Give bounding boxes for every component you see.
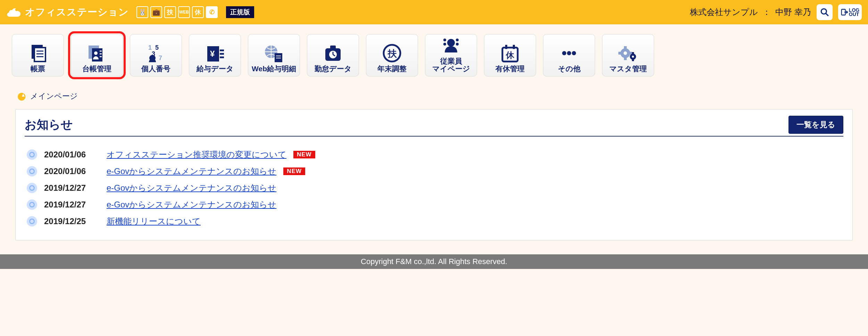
nav-label: 給与データ (197, 65, 234, 73)
svg-text:5: 5 (155, 44, 159, 51)
gear-bullet-icon (27, 199, 37, 210)
company-user: 株式会社サンプル ： 中野 幸乃 (690, 7, 811, 18)
tax-icon[interactable]: 扶 (164, 6, 176, 18)
svg-point-36 (447, 39, 455, 47)
rabbit-icon[interactable]: 🐰 (136, 6, 148, 18)
footer: Copyright F&M co.,ltd. All Rights Reserv… (0, 254, 868, 269)
new-badge: NEW (283, 167, 305, 175)
dots-icon (558, 43, 580, 63)
svg-text:扶: 扶 (387, 48, 397, 59)
svg-text:¥: ¥ (210, 49, 215, 58)
news-link[interactable]: e-Govからシステムメンテナンスのお知らせ (107, 199, 276, 210)
number-card-icon: 1537 (145, 43, 167, 63)
briefcase-icon[interactable]: 💼 (150, 6, 162, 18)
svg-point-37 (443, 39, 446, 41)
nav-tile-mypage[interactable]: 従業員 マイページ (425, 34, 477, 76)
svg-rect-5 (34, 48, 45, 62)
news-link[interactable]: オフィスステーション推奨環境の変更について (107, 149, 286, 160)
svg-line-2 (826, 13, 828, 16)
svg-rect-56 (632, 59, 634, 61)
svg-point-53 (624, 51, 627, 55)
news-date: 2019/12/27 (44, 183, 100, 193)
svg-rect-49 (624, 46, 627, 49)
nav-tile-payslip[interactable]: Web給与明細 (248, 34, 300, 76)
svg-rect-42 (505, 45, 507, 49)
news-item: 2020/01/06 e-Govからシステムメンテナンスのお知らせ NEW (27, 163, 841, 180)
id-card-icon (86, 43, 108, 63)
svg-point-46 (567, 51, 571, 55)
svg-point-39 (456, 39, 459, 41)
news-link[interactable]: e-Govからシステムメンテナンスのお知らせ (107, 166, 276, 177)
phone-icon[interactable]: ✆ (206, 6, 218, 18)
nav-tile-reports[interactable]: 帳票 (12, 34, 64, 76)
search-icon (820, 8, 829, 17)
dependent-icon: 扶 (381, 43, 403, 63)
svg-rect-55 (632, 52, 634, 54)
nav-label: 勤怠データ (315, 65, 352, 73)
nav-label: 帳票 (31, 65, 45, 73)
svg-point-1 (821, 9, 826, 14)
employee-icon (440, 35, 462, 55)
breadcrumb-label[interactable]: メインページ (30, 91, 78, 101)
version-badge: 正規版 (226, 6, 254, 18)
nav-tile-attendance[interactable]: 勤怠データ (307, 34, 359, 76)
view-all-button[interactable]: 一覧を見る (788, 116, 843, 134)
cloud-logo-icon (6, 6, 22, 18)
svg-text:休: 休 (506, 50, 515, 60)
logout-icon (841, 8, 848, 16)
panel-title: お知らせ (25, 117, 73, 133)
nav-label: 有休管理 (495, 65, 525, 73)
clock-camera-icon (322, 43, 344, 63)
new-badge: NEW (293, 151, 315, 158)
holiday-icon[interactable]: 休 (192, 6, 204, 18)
nav-label: Web給与明細 (252, 65, 296, 73)
news-date: 2019/12/27 (44, 200, 100, 210)
nav-tile-other[interactable]: その他 (543, 34, 595, 76)
copyright: Copyright F&M co.,ltd. All Rights Reserv… (361, 257, 507, 266)
news-item: 2020/01/06 オフィスステーション推奨環境の変更について NEW (27, 146, 841, 163)
nav-label: 従業員 マイページ (432, 57, 470, 73)
news-item: 2019/12/27 e-Govからシステムメンテナンスのお知らせ (27, 196, 841, 213)
nav-label: 個人番号 (141, 65, 170, 73)
calendar-holiday-icon: 休 (499, 43, 521, 63)
topbar-left: オフィスステーション 🐰 💼 扶 WEB 休 ✆ 正規版 (6, 6, 254, 19)
topbar-right: 株式会社サンプル ： 中野 幸乃 LOG OUT (690, 4, 862, 20)
nav-label: 台帳管理 (82, 65, 111, 73)
nav-tile-master[interactable]: マスタ管理 (602, 34, 654, 76)
nav-tile-mynumber[interactable]: 1537 個人番号 (130, 34, 182, 76)
web-icon[interactable]: WEB (178, 6, 190, 18)
yen-envelope-icon: ¥ (204, 43, 226, 63)
main-nav: 帳票 台帳管理 1537 個人番号 ¥ 給与データ Web給与明細 勤怠データ … (0, 24, 868, 82)
gear-bullet-icon (27, 216, 37, 227)
logout-button[interactable]: LOG OUT (838, 4, 862, 20)
svg-rect-43 (513, 45, 515, 49)
app-name: オフィスステーション (25, 6, 129, 19)
breadcrumb: ⬤▲ メインページ (0, 82, 868, 104)
logout-label: LOG OUT (849, 8, 859, 16)
news-link[interactable]: 新機能リリースについて (107, 216, 201, 227)
news-link[interactable]: e-Govからシステムメンテナンスのお知らせ (107, 182, 276, 194)
svg-point-47 (572, 51, 576, 55)
svg-rect-50 (624, 57, 627, 60)
search-button[interactable] (817, 4, 833, 20)
svg-rect-30 (330, 46, 336, 49)
company-sep (760, 7, 762, 17)
topbar: オフィスステーション 🐰 💼 扶 WEB 休 ✆ 正規版 株式会社サンプル ： … (0, 0, 868, 24)
nav-tile-ledger[interactable]: 台帳管理 (71, 34, 123, 76)
news-item: 2019/12/27 e-Govからシステムメンテナンスのお知らせ (27, 180, 841, 196)
svg-rect-10 (92, 48, 102, 62)
globe-doc-icon (263, 43, 285, 63)
nav-label: マスタ管理 (609, 65, 647, 73)
svg-text:7: 7 (159, 55, 162, 62)
nav-label: 年末調整 (377, 65, 407, 73)
news-date: 2020/01/06 (44, 150, 100, 159)
nav-tile-yearend[interactable]: 扶 年末調整 (366, 34, 418, 76)
svg-text:1: 1 (148, 44, 152, 51)
svg-rect-51 (618, 52, 621, 55)
nav-tile-leave[interactable]: 休 有休管理 (484, 34, 536, 76)
company-name: 株式会社サンプル (690, 7, 758, 17)
nav-tile-salary[interactable]: ¥ 給与データ (189, 34, 241, 76)
news-date: 2020/01/06 (44, 166, 100, 176)
svg-point-40 (456, 43, 459, 46)
home-icon[interactable]: ⬤▲ (17, 92, 31, 101)
